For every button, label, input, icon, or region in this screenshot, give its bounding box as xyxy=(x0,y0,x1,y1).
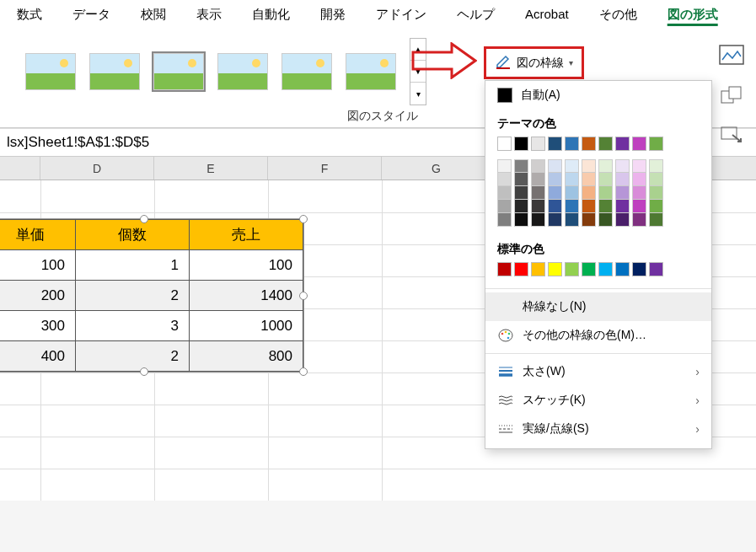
gallery-more-button[interactable]: ▾ xyxy=(410,83,426,105)
col-header-f[interactable]: F xyxy=(268,157,382,180)
color-swatch[interactable] xyxy=(649,173,663,186)
ribbon-tab[interactable]: Acrobat xyxy=(522,5,572,24)
color-swatch[interactable] xyxy=(615,173,630,186)
color-swatch[interactable] xyxy=(565,173,579,186)
color-swatch[interactable] xyxy=(531,213,545,227)
weight-item[interactable]: 太さ(W) › xyxy=(485,357,711,386)
selection-pane-icon[interactable] xyxy=(716,123,748,148)
color-swatch[interactable] xyxy=(582,159,596,173)
ribbon-tab[interactable]: 開発 xyxy=(317,5,349,24)
color-swatch[interactable] xyxy=(649,200,663,213)
color-swatch[interactable] xyxy=(531,186,545,200)
color-swatch[interactable] xyxy=(598,186,613,200)
color-swatch[interactable] xyxy=(514,159,528,173)
color-swatch[interactable] xyxy=(615,262,630,276)
ribbon-tab[interactable]: 自動化 xyxy=(249,5,293,24)
bring-forward-icon[interactable] xyxy=(716,83,748,108)
color-swatch[interactable] xyxy=(615,137,630,151)
color-swatch[interactable] xyxy=(632,213,646,227)
color-swatch[interactable] xyxy=(615,186,630,200)
picture-outline-button[interactable]: 図の枠線 ▾ xyxy=(488,51,580,75)
color-swatch[interactable] xyxy=(598,200,613,213)
ribbon-tab[interactable]: 表示 xyxy=(193,5,225,24)
color-swatch[interactable] xyxy=(615,200,630,213)
auto-color-item[interactable]: 自動(A) xyxy=(485,81,711,110)
resize-handle[interactable] xyxy=(140,215,148,223)
color-swatch[interactable] xyxy=(565,159,579,173)
col-header-d[interactable]: D xyxy=(40,157,154,180)
sketch-item[interactable]: スケッチ(K) › xyxy=(485,386,711,415)
color-swatch[interactable] xyxy=(514,173,528,186)
color-swatch[interactable] xyxy=(598,137,613,151)
color-swatch[interactable] xyxy=(514,200,528,213)
color-swatch[interactable] xyxy=(565,200,579,213)
color-swatch[interactable] xyxy=(649,262,663,276)
color-swatch[interactable] xyxy=(632,173,646,186)
ribbon-tab[interactable]: 図の形式 xyxy=(664,5,721,24)
picture-style-6[interactable] xyxy=(346,53,396,90)
resize-handle[interactable] xyxy=(299,215,308,223)
color-swatch[interactable] xyxy=(582,137,596,151)
picture-style-1[interactable] xyxy=(25,53,76,90)
color-swatch[interactable] xyxy=(598,213,613,227)
color-swatch[interactable] xyxy=(548,262,562,276)
color-swatch[interactable] xyxy=(632,200,646,213)
color-swatch[interactable] xyxy=(598,173,613,186)
color-swatch[interactable] xyxy=(514,213,528,227)
color-swatch[interactable] xyxy=(548,186,562,200)
color-swatch[interactable] xyxy=(582,213,596,227)
picture-style-3[interactable] xyxy=(153,53,204,90)
color-swatch[interactable] xyxy=(497,213,512,227)
ribbon-tab[interactable]: 数式 xyxy=(13,5,46,24)
color-swatch[interactable] xyxy=(565,262,579,276)
color-swatch[interactable] xyxy=(531,262,545,276)
col-header-g[interactable]: G xyxy=(382,157,491,180)
color-swatch[interactable] xyxy=(548,200,562,213)
color-swatch[interactable] xyxy=(582,186,596,200)
ribbon-tab[interactable]: データ xyxy=(69,5,114,24)
resize-handle[interactable] xyxy=(140,367,148,376)
color-swatch[interactable] xyxy=(582,173,596,186)
ribbon-tab[interactable]: 校閲 xyxy=(137,5,169,24)
color-swatch[interactable] xyxy=(598,262,613,276)
color-swatch[interactable] xyxy=(514,262,528,276)
no-outline-item[interactable]: 枠線なし(N) xyxy=(485,292,711,321)
color-swatch[interactable] xyxy=(497,173,512,186)
color-swatch[interactable] xyxy=(615,213,630,227)
color-swatch[interactable] xyxy=(565,186,579,200)
color-swatch[interactable] xyxy=(565,137,579,151)
resize-handle[interactable] xyxy=(299,292,308,300)
color-swatch[interactable] xyxy=(632,186,646,200)
picture-style-4[interactable] xyxy=(217,53,268,90)
color-swatch[interactable] xyxy=(548,213,562,227)
color-swatch[interactable] xyxy=(497,262,512,276)
color-swatch[interactable] xyxy=(649,159,663,173)
color-swatch[interactable] xyxy=(531,173,545,186)
color-swatch[interactable] xyxy=(632,262,646,276)
color-swatch[interactable] xyxy=(649,137,663,151)
color-swatch[interactable] xyxy=(582,262,596,276)
color-swatch[interactable] xyxy=(531,137,545,151)
ribbon-tab[interactable]: アドイン xyxy=(373,5,430,24)
color-swatch[interactable] xyxy=(649,186,663,200)
embedded-picture[interactable]: 単価 個数 売上 1001100 20021400 30031000 40028… xyxy=(0,218,304,372)
color-swatch[interactable] xyxy=(632,159,646,173)
col-header-e[interactable]: E xyxy=(154,157,268,180)
picture-style-2[interactable] xyxy=(89,53,140,90)
more-colors-item[interactable]: その他の枠線の色(M)… xyxy=(485,321,711,350)
color-swatch[interactable] xyxy=(497,200,512,213)
color-swatch[interactable] xyxy=(548,159,562,173)
ribbon-tab[interactable]: その他 xyxy=(596,5,641,24)
color-swatch[interactable] xyxy=(497,137,512,151)
color-swatch[interactable] xyxy=(598,159,613,173)
color-swatch[interactable] xyxy=(615,159,630,173)
color-swatch[interactable] xyxy=(531,200,545,213)
resize-handle[interactable] xyxy=(299,367,308,376)
color-swatch[interactable] xyxy=(649,213,663,227)
color-swatch[interactable] xyxy=(531,159,545,173)
color-swatch[interactable] xyxy=(548,173,562,186)
picture-style-5[interactable] xyxy=(281,53,332,90)
ribbon-tab[interactable]: ヘルプ xyxy=(453,5,498,24)
color-swatch[interactable] xyxy=(497,159,512,173)
dashes-item[interactable]: 実線/点線(S) › xyxy=(485,415,711,443)
